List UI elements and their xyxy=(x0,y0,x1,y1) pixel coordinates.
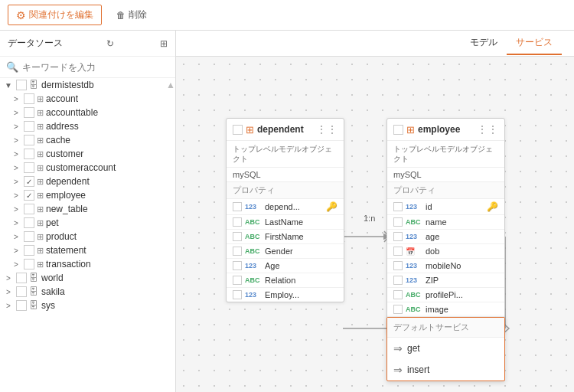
prop-checkbox[interactable] xyxy=(233,202,242,211)
prop-row: ABC profilePi... xyxy=(387,288,504,302)
service-item-insert[interactable]: ⇒ insert xyxy=(387,359,504,381)
table-item-account[interactable]: > ⊞ account xyxy=(0,92,175,106)
prop-checkbox[interactable] xyxy=(393,232,403,241)
entity-source: mySQL xyxy=(387,168,504,182)
table-checkbox[interactable] xyxy=(24,107,34,118)
table-checkbox-checked[interactable]: ✓ xyxy=(24,176,34,187)
edit-relation-button[interactable]: ⚙ 関連付けを編集 xyxy=(8,5,102,25)
table-icon: ⊞ xyxy=(37,191,44,201)
db-item-world[interactable]: > 🗄 world xyxy=(0,271,175,285)
type-icon-num: 123 xyxy=(245,203,262,211)
prop-row: 123 Age xyxy=(227,259,344,273)
table-icon: ⊞ xyxy=(37,122,44,132)
entity-icon: ⊞ xyxy=(406,124,415,136)
table-item-product[interactable]: > ⊞ product xyxy=(0,230,175,243)
prop-checkbox[interactable] xyxy=(393,247,403,256)
type-icon-num: 123 xyxy=(406,203,422,211)
db-item-sakila[interactable]: > 🗄 sakila xyxy=(0,285,175,299)
prop-checkbox[interactable] xyxy=(233,290,242,299)
sidebar-search: 🔍 xyxy=(0,57,175,78)
table-checkbox[interactable] xyxy=(24,231,34,242)
table-item-cache[interactable]: > ⊞ cache xyxy=(0,133,175,147)
prop-checkbox[interactable] xyxy=(233,232,242,241)
prop-checkbox[interactable] xyxy=(393,261,403,270)
prop-checkbox[interactable] xyxy=(393,290,403,299)
refresh-icon[interactable]: ↻ xyxy=(106,38,114,49)
table-item-dependent[interactable]: > ✓ ⊞ dependent xyxy=(0,175,175,188)
prop-checkbox[interactable] xyxy=(393,217,403,227)
prop-checkbox[interactable] xyxy=(393,276,403,285)
table-item-pet[interactable]: > ⊞ pet xyxy=(0,216,175,230)
table-icon: ⊞ xyxy=(37,163,44,173)
table-checkbox[interactable] xyxy=(24,162,34,173)
prop-name: Gender xyxy=(265,247,338,256)
type-icon-date: 📅 xyxy=(406,247,422,256)
entity-menu-icon[interactable]: ⋮⋮ xyxy=(316,123,338,136)
db-item-sys[interactable]: > 🗄 sys xyxy=(0,299,175,312)
prop-name: dob xyxy=(426,247,498,256)
prop-name: LastName xyxy=(265,217,338,227)
db-icon: 🗄 xyxy=(29,80,38,90)
tab-model[interactable]: モデル xyxy=(461,31,507,55)
scroll-indicator: ▲ xyxy=(166,80,175,90)
prop-name: Relation xyxy=(265,276,338,285)
right-panel: モデル サービス 1:n xyxy=(176,31,574,392)
prop-checkbox[interactable] xyxy=(233,247,242,256)
table-checkbox[interactable] xyxy=(24,93,34,104)
table-checkbox-checked[interactable]: ✓ xyxy=(24,190,34,201)
type-icon-abc: ABC xyxy=(406,218,422,226)
db-label: dermistestdb xyxy=(41,80,94,90)
entity-name-dependent: dependent xyxy=(257,124,313,135)
service-dropdown-header: デフォルトサービス xyxy=(387,318,504,338)
prop-checkbox[interactable] xyxy=(393,202,403,211)
prop-checkbox[interactable] xyxy=(233,217,242,227)
table-item-employee[interactable]: > ✓ ⊞ employee xyxy=(0,188,175,202)
prop-row: 123 ZIP xyxy=(387,273,504,288)
table-item-accounttable[interactable]: > ⊞ accounttable xyxy=(0,106,175,119)
table-icon: ⊞ xyxy=(37,204,44,214)
table-icon: ⊞ xyxy=(37,136,44,145)
db-checkbox[interactable] xyxy=(16,80,27,90)
prop-row: ABC FirstName xyxy=(227,230,344,244)
props-label: プロパティ xyxy=(227,182,344,199)
table-checkbox[interactable] xyxy=(24,217,34,228)
db-icon: 🗄 xyxy=(29,273,38,283)
table-checkbox[interactable] xyxy=(24,135,34,145)
table-item-customeraccount[interactable]: > ⊞ customeraccount xyxy=(0,161,175,175)
type-icon-num: 123 xyxy=(406,262,422,270)
prop-checkbox[interactable] xyxy=(233,261,242,270)
tab-service[interactable]: サービス xyxy=(507,31,562,55)
table-item-statement[interactable]: > ⊞ statement xyxy=(0,243,175,257)
prop-row: 📅 dob xyxy=(387,244,504,259)
delete-button[interactable]: 🗑 削除 xyxy=(108,5,155,25)
sidebar: データソース ↻ ⊞ 🔍 ▼ 🗄 dermistestdb ▲ > ⊞ acco… xyxy=(0,31,176,392)
service-item-get[interactable]: ⇒ get xyxy=(387,338,504,359)
entity-checkbox[interactable] xyxy=(393,125,403,135)
table-checkbox[interactable] xyxy=(24,149,34,159)
prop-name: ZIP xyxy=(426,276,498,285)
entity-name-employee: employee xyxy=(418,124,474,135)
service-get-icon: ⇒ xyxy=(393,342,403,354)
table-checkbox[interactable] xyxy=(24,204,34,214)
entity-checkbox[interactable] xyxy=(233,125,243,135)
table-item-new-table[interactable]: > ⊞ new_table xyxy=(0,202,175,216)
entity-header-dependent: ⊞ dependent ⋮⋮ xyxy=(227,119,344,141)
prop-checkbox[interactable] xyxy=(393,305,403,314)
table-checkbox[interactable] xyxy=(24,259,34,270)
prop-row: ABC image xyxy=(387,302,504,317)
layout-icon[interactable]: ⊞ xyxy=(160,38,168,49)
entity-menu-icon[interactable]: ⋮⋮ xyxy=(477,123,498,136)
prop-name: Age xyxy=(265,261,338,270)
table-item-address[interactable]: > ⊞ address xyxy=(0,119,175,133)
prop-row: ABC Relation xyxy=(227,273,344,288)
main-container: データソース ↻ ⊞ 🔍 ▼ 🗄 dermistestdb ▲ > ⊞ acco… xyxy=(0,31,574,392)
search-input[interactable] xyxy=(22,62,169,73)
table-icon: ⊞ xyxy=(37,177,44,187)
table-item-customer[interactable]: > ⊞ customer xyxy=(0,147,175,161)
db-item-dermistestdb[interactable]: ▼ 🗄 dermistestdb ▲ xyxy=(0,78,175,92)
table-item-transaction[interactable]: > ⊞ transaction xyxy=(0,257,175,271)
table-checkbox[interactable] xyxy=(24,245,34,256)
table-icon: ⊞ xyxy=(37,232,44,242)
prop-checkbox[interactable] xyxy=(233,276,242,285)
table-checkbox[interactable] xyxy=(24,121,34,132)
